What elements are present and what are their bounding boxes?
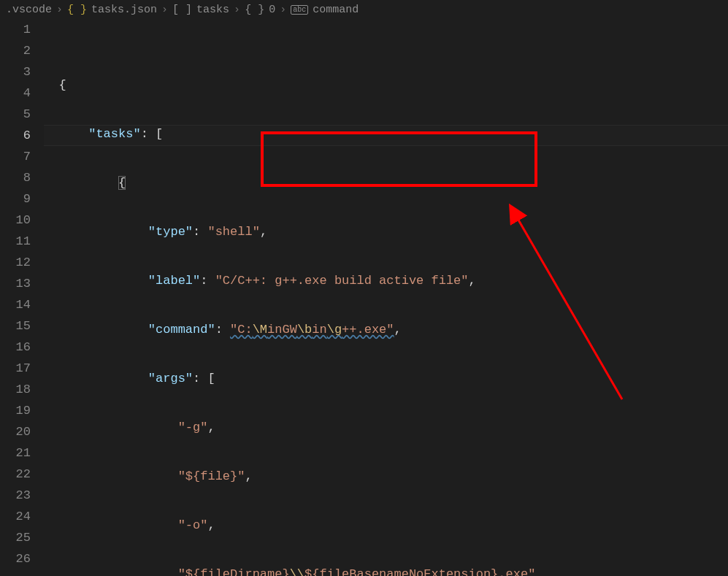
line-number: 12 xyxy=(0,252,31,273)
line-number: 1 xyxy=(0,19,31,40)
line-number: 14 xyxy=(0,294,31,315)
code-area[interactable]: { "tasks": [ { "type": "shell", "label":… xyxy=(44,19,728,576)
line-number: 26 xyxy=(0,548,31,569)
line-number: 16 xyxy=(0,337,31,358)
string-icon: abc xyxy=(291,5,308,15)
line-number: 10 xyxy=(0,210,31,231)
annotation-overlay xyxy=(88,38,728,576)
line-number: 2 xyxy=(0,40,31,61)
json-file-icon: { } xyxy=(67,4,87,16)
line-number: 22 xyxy=(0,464,31,485)
line-number: 20 xyxy=(0,421,31,442)
line-number-gutter: 1234567891011121314151617181920212223242… xyxy=(0,19,44,576)
line-number: 23 xyxy=(0,485,31,506)
code-line[interactable]: "${file}", xyxy=(44,466,728,487)
code-line[interactable]: "args": [ xyxy=(44,368,728,389)
breadcrumb-sep-icon: › xyxy=(234,4,240,16)
code-line[interactable]: "-g", xyxy=(44,417,728,438)
breadcrumb-seg-folder[interactable]: .vscode xyxy=(6,4,52,16)
breadcrumb-sep-icon: › xyxy=(56,4,63,16)
line-number: 3 xyxy=(0,61,31,82)
breadcrumb-seg-tasks[interactable]: tasks xyxy=(196,4,229,16)
array-icon: [ ] xyxy=(172,4,192,16)
line-number: 5 xyxy=(0,104,31,125)
line-number: 9 xyxy=(0,188,31,210)
breadcrumb-seg-command[interactable]: command xyxy=(313,4,359,16)
line-number: 13 xyxy=(0,273,31,294)
code-line[interactable]: "command": "C:\MinGW\bin\g++.exe", xyxy=(44,319,728,340)
object-icon: { } xyxy=(245,4,264,16)
line-number: 17 xyxy=(0,358,31,379)
breadcrumb-seg-file[interactable]: tasks.json xyxy=(91,4,157,16)
line-number: 24 xyxy=(0,506,31,527)
editor[interactable]: 1234567891011121314151617181920212223242… xyxy=(0,19,728,576)
line-number: 15 xyxy=(0,315,31,337)
line-number: 4 xyxy=(0,82,31,104)
line-number: 21 xyxy=(0,442,31,464)
breadcrumb[interactable]: .vscode › { } tasks.json › [ ] tasks › {… xyxy=(0,0,728,19)
breadcrumb-sep-icon: › xyxy=(280,4,286,16)
code-line[interactable]: "type": "shell", xyxy=(44,221,728,242)
code-line[interactable]: { xyxy=(44,172,728,193)
code-line[interactable]: "tasks": [ xyxy=(44,123,728,145)
line-number: 8 xyxy=(0,167,31,188)
line-number: 7 xyxy=(0,146,31,167)
line-number: 25 xyxy=(0,527,31,548)
code-line[interactable]: "${fileDirname}\\${fileBasenameNoExtensi… xyxy=(44,564,728,576)
breadcrumb-sep-icon: › xyxy=(161,4,168,16)
line-number: 19 xyxy=(0,400,31,421)
code-line[interactable]: { xyxy=(44,74,728,96)
line-number: 18 xyxy=(0,379,31,400)
line-number: 6 xyxy=(0,125,31,146)
breadcrumb-seg-index[interactable]: 0 xyxy=(269,4,275,16)
code-line[interactable]: "-o", xyxy=(44,515,728,536)
line-number: 11 xyxy=(0,231,31,252)
code-line[interactable]: "label": "C/C++: g++.exe build active fi… xyxy=(44,270,728,291)
